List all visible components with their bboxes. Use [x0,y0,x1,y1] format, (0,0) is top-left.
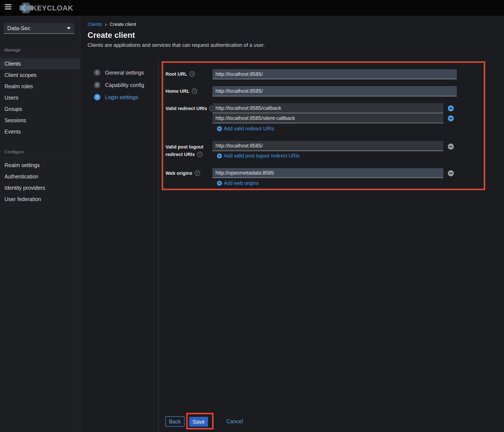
back-button[interactable]: Back [165,416,185,427]
valid-redirect-uris-label: Valid redirect URIs ? [165,106,215,111]
sidebar-item-identity-providers[interactable]: Identity providers [0,182,80,193]
sidebar-item-users[interactable]: Users [0,92,80,103]
wizard-step-general-settings[interactable]: 1 General settings [94,69,144,76]
top-bar: KEYCLOAK [0,0,504,16]
nav-section-configure: Configure [4,149,24,155]
home-url-label: Home URL ? [165,88,197,94]
remove-redirect-uri-2-button[interactable] [448,115,454,121]
add-post-logout-uris-link[interactable]: + Add valid post logout redirect URIs [217,153,299,159]
redirect-uri-input-2[interactable] [213,113,443,123]
caret-down-icon [67,27,71,29]
remove-web-origin-button[interactable] [448,170,454,176]
breadcrumb-clients-link[interactable]: Clients [88,22,102,27]
web-origins-label: Web origins ? [165,171,200,176]
minus-icon [449,118,452,119]
wizard-content-divider [158,61,159,432]
cancel-link[interactable]: Cancel [226,418,243,424]
keycloak-logo-icon [20,2,32,14]
nav-divider [0,56,80,56]
hamburger-menu-icon[interactable] [5,4,11,12]
save-button[interactable]: Save [189,417,208,427]
help-icon[interactable]: ? [195,171,200,176]
manage-nav-list: Clients Client scopes Realm roles Users … [0,58,80,137]
minus-icon [449,146,452,147]
minus-icon [449,108,452,109]
chevron-right-icon: › [105,22,107,27]
sidebar-item-events[interactable]: Events [0,126,80,137]
sidebar-item-realm-roles[interactable]: Realm roles [0,81,80,92]
nav-divider [0,158,80,158]
root-url-input[interactable] [213,69,457,79]
sidebar-item-user-federation[interactable]: User federation [0,193,80,205]
remove-post-logout-uri-button[interactable] [448,144,454,149]
step-number-badge: 2 [94,82,100,88]
breadcrumb: Clients › Create client [88,22,136,27]
sidebar-item-client-scopes[interactable]: Client scopes [0,69,80,81]
home-url-input[interactable] [213,86,457,96]
step-label: Login settings [105,94,138,101]
add-web-origins-link[interactable]: + Add web origins [217,180,259,186]
breadcrumb-current: Create client [110,22,136,27]
step-number-badge: 3 [94,94,100,101]
keycloak-logo-text: KEYCLOAK [32,4,73,12]
nav-section-manage: Manage [4,47,21,53]
keycloak-logo: KEYCLOAK [20,2,73,14]
realm-selector-dropdown[interactable]: Data-Sec [4,23,74,34]
wizard-step-capability-config[interactable]: 2 Capability config [94,82,144,88]
help-icon[interactable]: ? [197,152,202,157]
sidebar-item-groups[interactable]: Groups [0,103,80,115]
sidebar: Data-Sec Manage Clients Client scopes Re… [0,16,80,432]
plus-circle-icon: + [217,181,222,186]
step-label: Capability config [105,82,144,88]
add-valid-redirect-uris-link[interactable]: + Add valid redirect URIs [217,126,274,132]
web-origins-input[interactable] [213,168,443,178]
sidebar-item-realm-settings[interactable]: Realm settings [0,160,80,171]
plus-circle-icon: + [217,126,222,131]
step-label: General settings [105,70,144,76]
remove-redirect-uri-1-button[interactable] [448,105,454,111]
plus-circle-icon: + [217,153,222,158]
sidebar-item-sessions[interactable]: Sessions [0,115,80,126]
redirect-uri-input-1[interactable] [213,103,443,113]
step-number-badge: 1 [94,69,100,76]
sidebar-item-clients[interactable]: Clients [0,58,80,69]
wizard-step-login-settings[interactable]: 3 Login settings [94,94,138,101]
minus-icon [449,173,452,174]
current-realm-name: Data-Sec [7,25,30,32]
configure-nav-list: Realm settings Authentication Identity p… [0,160,80,205]
help-icon[interactable]: ? [192,88,197,94]
sidebar-item-authentication[interactable]: Authentication [0,171,80,182]
help-icon[interactable]: ? [189,71,195,77]
page-title: Create client [88,31,135,40]
page-description: Clients are applications and services th… [88,42,265,48]
root-url-label: Root URL ? [165,71,195,77]
post-logout-uris-label: Valid post logout redirect URIs ? [165,143,203,158]
post-logout-uri-input[interactable] [213,141,443,151]
